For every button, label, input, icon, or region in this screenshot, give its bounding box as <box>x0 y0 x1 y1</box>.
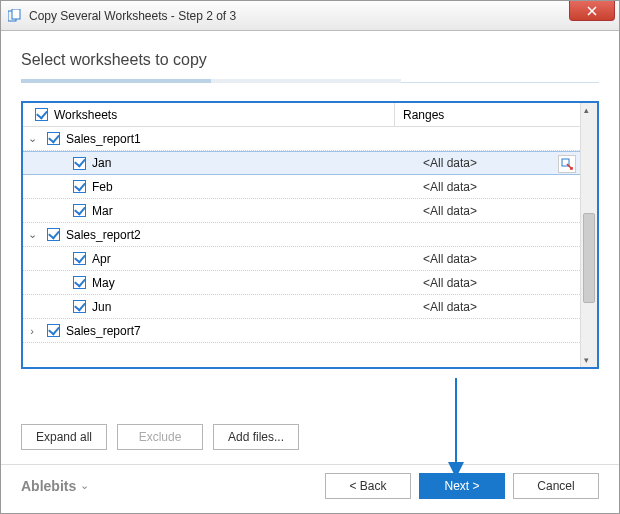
checkbox[interactable] <box>73 252 86 265</box>
svg-rect-1 <box>12 9 20 19</box>
cancel-button[interactable]: Cancel <box>513 473 599 499</box>
book-label: Sales_report7 <box>66 324 141 338</box>
titlebar: Copy Several Worksheets - Step 2 of 3 <box>1 1 619 31</box>
sheet-label: May <box>92 276 115 290</box>
book-label: Sales_report2 <box>66 228 141 242</box>
sheet-label: Jan <box>92 156 111 170</box>
header-ranges[interactable]: Ranges <box>395 108 580 122</box>
header-ranges-label: Ranges <box>403 108 444 122</box>
checkbox[interactable] <box>73 276 86 289</box>
chevron-down-icon: ⌄ <box>80 479 89 492</box>
worksheet-tree: Worksheets Ranges ⌄ Sales_report1 <box>21 101 599 369</box>
tree-row-book[interactable]: ⌄ Sales_report2 <box>23 223 580 247</box>
sheet-label: Apr <box>92 252 111 266</box>
tree-row-book[interactable]: ⌄ Sales_report1 <box>23 127 580 151</box>
scrollbar[interactable]: ▴ ▾ <box>580 103 597 367</box>
tree-row-book[interactable]: › Sales_report7 <box>23 319 580 343</box>
page-heading: Select worksheets to copy <box>21 51 599 69</box>
brand-label: Ablebits <box>21 478 76 494</box>
range-value: <All data> <box>395 175 580 198</box>
tree-row-sheet[interactable]: May <All data> <box>23 271 580 295</box>
checkbox[interactable] <box>73 157 86 170</box>
header-worksheets-label: Worksheets <box>54 108 117 122</box>
close-button[interactable] <box>569 1 615 21</box>
sheet-label: Feb <box>92 180 113 194</box>
tree-header-row: Worksheets Ranges <box>23 103 580 127</box>
scroll-down-icon[interactable]: ▾ <box>584 355 589 365</box>
tree-row-sheet[interactable]: Mar <All data> <box>23 199 580 223</box>
checkbox[interactable] <box>73 204 86 217</box>
checkbox[interactable] <box>73 300 86 313</box>
tree-row-sheet[interactable]: Feb <All data> <box>23 175 580 199</box>
header-worksheets[interactable]: Worksheets <box>23 103 395 126</box>
next-button[interactable]: Next > <box>419 473 505 499</box>
back-button[interactable]: < Back <box>325 473 411 499</box>
tree-row-sheet[interactable]: Apr <All data> <box>23 247 580 271</box>
chevron-right-icon[interactable]: › <box>23 325 37 337</box>
close-icon <box>587 6 597 16</box>
window-title: Copy Several Worksheets - Step 2 of 3 <box>29 9 236 23</box>
checkbox[interactable] <box>73 180 86 193</box>
range-picker-button[interactable] <box>558 155 576 173</box>
sheet-label: Mar <box>92 204 113 218</box>
checkbox[interactable] <box>47 324 60 337</box>
action-buttons-row: Expand all Exclude Add files... <box>21 424 599 450</box>
range-value: <All data> <box>395 199 580 222</box>
sheet-label: Jun <box>92 300 111 314</box>
checkbox[interactable] <box>47 132 60 145</box>
tree-row-sheet[interactable]: Jan <All data> <box>23 151 580 175</box>
chevron-down-icon[interactable]: ⌄ <box>23 132 37 145</box>
expand-all-button[interactable]: Expand all <box>21 424 107 450</box>
content-area: Select worksheets to copy Worksheets Ran… <box>1 31 619 514</box>
scroll-thumb[interactable] <box>583 213 595 303</box>
app-icon <box>7 8 23 24</box>
range-picker-icon <box>561 158 573 170</box>
progress-strip <box>21 79 599 83</box>
checkbox[interactable] <box>47 228 60 241</box>
book-label: Sales_report1 <box>66 132 141 146</box>
footer: Ablebits ⌄ < Back Next > Cancel <box>1 464 619 506</box>
brand-menu[interactable]: Ablebits ⌄ <box>21 478 89 494</box>
exclude-button[interactable]: Exclude <box>117 424 203 450</box>
range-value: <All data> <box>395 247 580 270</box>
range-value: <All data> <box>395 295 580 318</box>
tree-row-sheet[interactable]: Jun <All data> <box>23 295 580 319</box>
range-value: <All data> <box>395 271 580 294</box>
range-value: <All data> <box>395 152 580 174</box>
add-files-button[interactable]: Add files... <box>213 424 299 450</box>
scroll-up-icon[interactable]: ▴ <box>584 105 589 115</box>
select-all-checkbox[interactable] <box>35 108 48 121</box>
chevron-down-icon[interactable]: ⌄ <box>23 228 37 241</box>
